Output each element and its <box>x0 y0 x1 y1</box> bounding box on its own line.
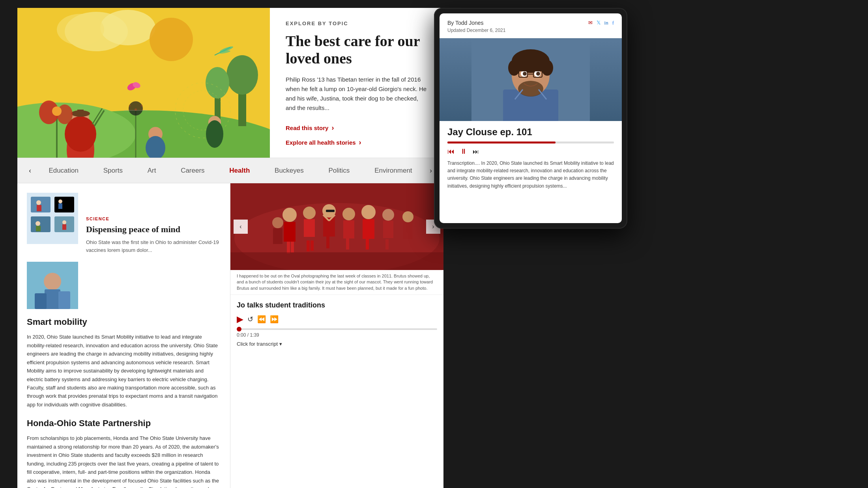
time-display: 0:00 / 1:39 <box>237 332 437 338</box>
svg-rect-47 <box>58 203 62 209</box>
progress-bar-wrap <box>237 328 437 330</box>
left-panel: SCIENCE Dispensing peace of mind Ohio St… <box>17 183 230 488</box>
article-category: SCIENCE <box>86 216 221 221</box>
svg-point-48 <box>62 220 66 224</box>
nav-item-careers[interactable]: Careers <box>178 165 208 176</box>
svg-point-73 <box>402 211 413 222</box>
svg-point-44 <box>36 200 41 205</box>
progress-bar[interactable] <box>237 328 437 330</box>
carousel-prev-button[interactable]: ‹ <box>234 220 248 234</box>
section1-text: In 2020, Ohio State launched its Smart M… <box>27 333 221 409</box>
linkedin-icon[interactable]: in <box>604 20 608 26</box>
svg-point-67 <box>361 205 376 219</box>
transcript-button[interactable]: Click for transcript ▾ <box>237 341 282 347</box>
tablet-episode-title: Jay Clouse ep. 101 <box>447 127 614 138</box>
svg-rect-74 <box>403 222 413 239</box>
audio-rewind-button[interactable]: ⏪ <box>257 315 266 324</box>
tablet-pause-button[interactable]: ⏸ <box>460 147 467 156</box>
svg-point-61 <box>303 207 316 219</box>
svg-point-36 <box>52 106 62 116</box>
tablet-author-row: By Todd Jones ✉ 𝕏 in f <box>447 20 614 26</box>
explore-health-link[interactable]: Explore all health stories › <box>286 138 428 147</box>
article-excerpt-1: Ohio State was the first site in Ohio to… <box>86 238 221 254</box>
arrow-icon-2: › <box>359 138 361 147</box>
image-caption: I happened to be out on the Oval photogr… <box>230 270 443 294</box>
main-content: EXPLORE BY TOPIC The best care for our l… <box>17 8 443 488</box>
svg-rect-68 <box>363 219 374 239</box>
svg-rect-76 <box>291 242 294 253</box>
svg-rect-55 <box>35 293 47 309</box>
svg-point-38 <box>206 120 223 148</box>
svg-rect-60 <box>284 222 296 242</box>
svg-rect-62 <box>304 219 315 237</box>
svg-point-98 <box>523 72 527 76</box>
article-title-1[interactable]: Dispensing peace of mind <box>86 224 221 235</box>
audio-refresh-button[interactable]: ↺ <box>247 315 253 324</box>
svg-rect-81 <box>366 238 369 250</box>
nav-item-politics[interactable]: Politics <box>326 165 353 176</box>
audio-play-button[interactable]: ▶ <box>237 314 243 324</box>
svg-point-2 <box>100 10 155 45</box>
svg-rect-75 <box>287 242 290 253</box>
svg-point-93 <box>508 60 520 76</box>
chevron-down-icon: ▾ <box>279 341 282 347</box>
svg-rect-70 <box>383 221 393 238</box>
audio-section: Jo talks student traditions ▶ ↺ ⏪ ⏩ 0:00… <box>230 294 443 353</box>
tablet-person-image <box>440 38 622 121</box>
svg-rect-15 <box>77 110 84 114</box>
tablet-social-icons: ✉ 𝕏 in f <box>588 20 614 26</box>
svg-point-4 <box>150 18 193 61</box>
tablet-date: Updated December 6, 2021 <box>447 28 614 33</box>
right-panel: ‹ › I happened to be out on the Oval pho… <box>230 183 443 488</box>
audio-forward-button[interactable]: ⏩ <box>270 315 279 324</box>
tablet-content: Jay Clouse ep. 101 ⏮ ⏸ ⏭ Transcription..… <box>440 121 622 196</box>
read-story-link[interactable]: Read this story › <box>286 124 428 132</box>
nav-item-environment[interactable]: Environment <box>371 165 415 176</box>
nav-item-health[interactable]: Health <box>226 165 253 176</box>
bottom-section: SCIENCE Dispensing peace of mind Ohio St… <box>17 183 443 488</box>
nav-item-education[interactable]: Education <box>45 165 82 176</box>
svg-point-94 <box>541 60 553 76</box>
svg-rect-51 <box>36 226 41 231</box>
nav-items: Education Sports Art Careers Health Buck… <box>36 165 425 176</box>
svg-point-8 <box>226 55 258 95</box>
nav-item-sports[interactable]: Sports <box>100 165 126 176</box>
svg-rect-49 <box>62 224 66 230</box>
tablet-device: By Todd Jones ✉ 𝕏 in f Updated December … <box>434 8 627 229</box>
svg-point-99 <box>536 72 540 76</box>
nav-item-buckeyes[interactable]: Buckeyes <box>271 165 307 176</box>
nav-item-art[interactable]: Art <box>144 165 159 176</box>
svg-point-22 <box>141 105 142 106</box>
svg-point-95 <box>518 81 543 97</box>
svg-point-10 <box>206 67 229 99</box>
section1-title: Smart mobility <box>27 317 221 327</box>
section2-title: Honda-Ohio State Partnership <box>27 418 221 428</box>
svg-rect-78 <box>311 240 314 251</box>
explore-label: EXPLORE BY TOPIC <box>286 20 428 26</box>
hero-title: The best care for our loved ones <box>286 33 428 67</box>
hero-image <box>17 8 270 158</box>
article-thumbnail-2 <box>27 262 78 309</box>
email-icon[interactable]: ✉ <box>588 20 593 26</box>
svg-point-46 <box>58 199 62 203</box>
hero-section: EXPLORE BY TOPIC The best care for our l… <box>17 8 443 158</box>
tablet-progress-bar[interactable] <box>447 142 614 143</box>
crowd-image-container: ‹ › <box>230 183 443 270</box>
svg-rect-82 <box>385 239 389 250</box>
tablet-forward-button[interactable]: ⏭ <box>473 148 479 155</box>
svg-point-69 <box>382 209 394 221</box>
svg-rect-84 <box>326 210 335 212</box>
nav-prev-button[interactable]: ‹ <box>24 164 36 177</box>
svg-point-65 <box>342 208 355 220</box>
tablet-header: By Todd Jones ✉ 𝕏 in f Updated December … <box>440 13 622 38</box>
twitter-icon[interactable]: 𝕏 <box>597 20 600 26</box>
audio-title: Jo talks student traditions <box>237 301 437 309</box>
svg-point-3 <box>57 14 104 45</box>
svg-point-50 <box>36 221 40 226</box>
svg-rect-80 <box>346 238 349 250</box>
svg-rect-79 <box>326 237 329 248</box>
svg-rect-83 <box>230 252 443 270</box>
tablet-rewind-button[interactable]: ⏮ <box>447 147 455 156</box>
svg-rect-72 <box>273 228 282 244</box>
facebook-icon[interactable]: f <box>612 20 614 26</box>
